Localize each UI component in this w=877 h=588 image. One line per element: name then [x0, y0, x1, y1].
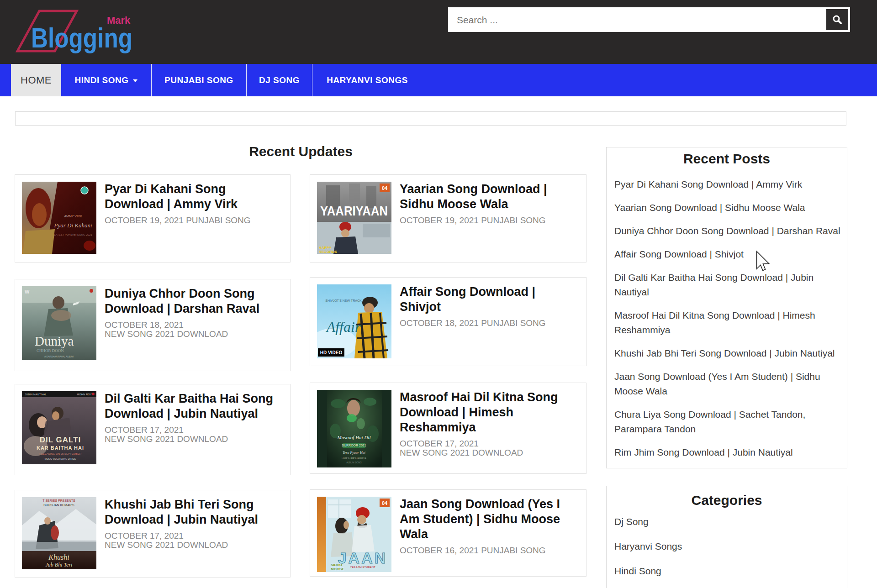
svg-text:W: W [25, 289, 30, 294]
svg-text:AMMY VIRK: AMMY VIRK [64, 215, 82, 218]
svg-text:KAR BAITHA HAI: KAR BAITHA HAI [37, 445, 84, 451]
svg-text:Pyar Di Kahani: Pyar Di Kahani [53, 222, 92, 229]
svg-text:YAARIYAAN: YAARIYAAN [320, 204, 388, 218]
svg-text:HD VIDEO: HD VIDEO [320, 350, 343, 355]
svg-text:ALBUM SONG: ALBUM SONG [346, 461, 361, 464]
svg-text:JUBIN NAUTIYAL: JUBIN NAUTIYAL [25, 393, 47, 396]
svg-text:YES I AM STUDENT: YES I AM STUDENT [350, 566, 375, 568]
svg-text:DIL GALTI: DIL GALTI [40, 436, 81, 444]
svg-text:SHIVJOT'S NEW TRACK: SHIVJOT'S NEW TRACK [325, 299, 362, 302]
svg-text:Blogging: Blogging [31, 22, 132, 53]
svg-text:Tera Pyaar Hai: Tera Pyaar Hai [343, 451, 365, 455]
svg-text:HAPPY: HAPPY [319, 246, 332, 250]
svg-text:Affair: Affair [326, 319, 361, 335]
svg-text:HIMESH RESHAMMIYA: HIMESH RESHAMMIYA [342, 457, 367, 460]
svg-text:MUSIC VIDEO SONG LYRICS: MUSIC VIDEO SONG LYRICS [45, 457, 76, 460]
svg-text:SIDHU: SIDHU [331, 563, 342, 567]
svg-text:Khushi: Khushi [48, 553, 69, 561]
svg-text:RELEASING ON 25 SEPTEMBER: RELEASING ON 25 SEPTEMBER [39, 452, 82, 455]
svg-text:MOHN ROY: MOHN ROY [77, 393, 92, 396]
svg-text:MOOSE: MOOSE [331, 567, 344, 571]
svg-text:T-SERIES PRESENTS: T-SERIES PRESENTS [42, 499, 75, 502]
svg-text:A DARSHAN RAVAL ALBUM: A DARSHAN RAVAL ALBUM [44, 355, 74, 358]
svg-text:RECORDS: RECORDS [319, 250, 338, 254]
svg-text:Mark: Mark [107, 15, 131, 26]
svg-text:Jab Bhi Teri: Jab Bhi Teri [46, 562, 73, 568]
svg-text:04: 04 [382, 500, 388, 506]
svg-text:Duniya: Duniya [35, 334, 74, 348]
svg-text:CHHOR DOON: CHHOR DOON [37, 348, 64, 353]
svg-text:JAAN: JAAN [338, 549, 388, 567]
svg-text:04: 04 [382, 185, 388, 191]
svg-text:Masroof Hai Dil: Masroof Hai Dil [337, 435, 371, 440]
svg-text:SURROOR 2021: SURROOR 2021 [342, 444, 366, 447]
svg-text:LATEST PUNJABI SONG 2021: LATEST PUNJABI SONG 2021 [54, 233, 92, 236]
svg-text:BHUSHAN KUMAR'S: BHUSHAN KUMAR'S [43, 504, 74, 507]
